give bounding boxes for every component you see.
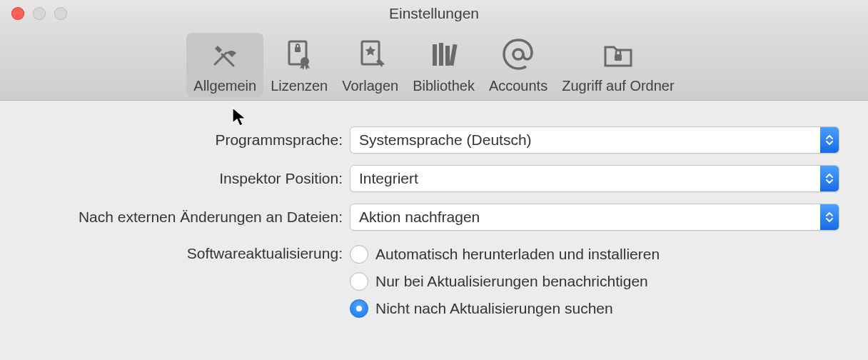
- window-controls: [11, 7, 67, 20]
- radio-icon: [350, 299, 368, 318]
- svg-point-2: [301, 57, 309, 66]
- svg-rect-9: [615, 54, 622, 61]
- tab-label: Lizenzen: [271, 78, 328, 94]
- tab-label: Accounts: [489, 78, 547, 94]
- tab-licenses[interactable]: Lizenzen: [263, 33, 335, 97]
- row-external-changes: Nach externen Änderungen an Dateien: Akt…: [29, 204, 839, 231]
- close-button[interactable]: [11, 7, 24, 20]
- external-changes-value: Aktion nachfragen: [350, 209, 820, 226]
- update-option-auto[interactable]: Automatisch herunterladen und installier…: [350, 245, 839, 264]
- tools-icon: [208, 37, 242, 75]
- minimize-button[interactable]: [33, 7, 46, 20]
- external-changes-label: Nach externen Änderungen an Dateien:: [29, 209, 350, 226]
- tab-templates[interactable]: Vorlagen: [335, 33, 405, 97]
- folder-lock-icon: [601, 37, 635, 75]
- tab-accounts[interactable]: Accounts: [482, 33, 555, 97]
- update-option-notify[interactable]: Nur bei Aktualisierungen benachrichtigen: [350, 272, 839, 291]
- svg-rect-6: [445, 46, 450, 66]
- svg-point-8: [513, 49, 523, 59]
- window-title: Einstellungen: [389, 5, 479, 22]
- tab-library[interactable]: Bibliothek: [405, 33, 482, 97]
- radio-label: Nur bei Aktualisierungen benachrichtigen: [375, 273, 648, 290]
- tab-label: Vorlagen: [342, 78, 398, 94]
- preferences-toolbar: Allgemein Lizenzen: [0, 27, 868, 101]
- general-pane: Programmsprache: Systemsprache (Deutsch)…: [0, 101, 868, 326]
- row-inspector: Inspektor Position: Integriert: [29, 165, 839, 192]
- license-icon: [282, 37, 316, 75]
- tab-label: Allgemein: [193, 78, 256, 94]
- inspector-popup[interactable]: Integriert: [350, 165, 839, 192]
- update-label: Softwareaktualisierung:: [29, 242, 350, 262]
- inspector-label: Inspektor Position:: [29, 170, 350, 187]
- inspector-value: Integriert: [350, 170, 820, 187]
- radio-icon: [350, 272, 368, 291]
- radio-label: Automatisch herunterladen und installier…: [375, 246, 660, 263]
- tab-folder-access[interactable]: Zugriff auf Ordner: [555, 33, 681, 97]
- popup-arrows-icon: [820, 127, 839, 153]
- radio-label: Nicht nach Aktualisierungen suchen: [375, 300, 613, 317]
- row-update: Softwareaktualisierung: Automatisch heru…: [29, 242, 839, 326]
- tab-label: Zugriff auf Ordner: [562, 78, 674, 94]
- tab-general[interactable]: Allgemein: [186, 33, 263, 97]
- popup-arrows-icon: [820, 166, 839, 191]
- svg-rect-1: [295, 47, 301, 52]
- language-popup[interactable]: Systemsprache (Deutsch): [350, 126, 839, 154]
- row-language: Programmsprache: Systemsprache (Deutsch): [29, 126, 839, 154]
- titlebar: Einstellungen: [0, 0, 868, 27]
- library-icon: [427, 37, 461, 75]
- update-option-none[interactable]: Nicht nach Aktualisierungen suchen: [350, 299, 839, 318]
- radio-icon: [350, 245, 368, 264]
- template-icon: [353, 37, 388, 75]
- language-label: Programmsprache:: [29, 131, 350, 149]
- update-radio-group: Automatisch herunterladen und installier…: [350, 242, 839, 326]
- at-icon: [501, 37, 535, 75]
- popup-arrows-icon: [820, 204, 839, 230]
- zoom-button[interactable]: [54, 7, 67, 20]
- language-value: Systemsprache (Deutsch): [350, 131, 820, 149]
- svg-rect-5: [439, 43, 443, 66]
- svg-rect-4: [433, 44, 437, 66]
- external-changes-popup[interactable]: Aktion nachfragen: [350, 204, 839, 231]
- tab-label: Bibliothek: [413, 78, 475, 94]
- svg-rect-7: [449, 44, 457, 66]
